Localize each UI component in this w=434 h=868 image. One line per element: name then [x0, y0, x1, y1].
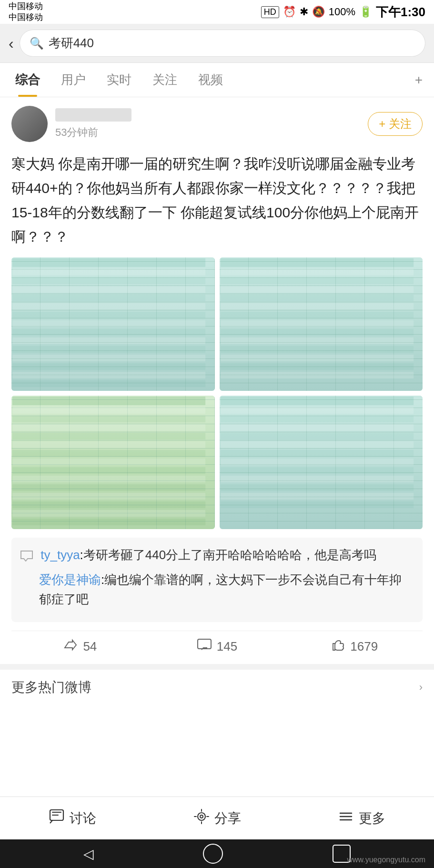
svg-rect-8	[12, 329, 205, 336]
repost-icon	[63, 638, 78, 655]
post-image-1[interactable]	[11, 257, 215, 391]
carrier1: 中国移动	[9, 1, 43, 12]
share-nav-item[interactable]: 分享	[145, 797, 290, 839]
svg-rect-32	[12, 424, 205, 431]
svg-rect-35	[12, 450, 205, 457]
more-nav-item[interactable]: 更多	[289, 797, 434, 839]
hot-topics-arrow: ›	[419, 681, 423, 694]
svg-rect-12	[12, 363, 205, 370]
svg-rect-42	[12, 510, 205, 517]
post-container: 53分钟前 + 关注 寒大妈 你是南开哪一届的研究生啊？我咋没听说哪届金融专业考…	[0, 97, 434, 664]
svg-rect-11	[12, 355, 205, 361]
status-bar: 中国移动 中国移动 HD ⏰ ✱ 🔕 100% 🔋 下午1:30	[0, 0, 434, 24]
svg-rect-56	[221, 501, 414, 508]
search-icon: 🔍	[30, 37, 44, 50]
svg-rect-36	[12, 459, 205, 465]
svg-rect-6	[12, 312, 205, 318]
more-icon	[338, 808, 354, 828]
svg-rect-31	[12, 416, 205, 422]
post-meta: 53分钟前	[55, 108, 360, 140]
home-bar: ◁ www.yuegongyutu.com	[0, 839, 434, 868]
svg-rect-52	[221, 467, 414, 474]
svg-rect-5	[12, 303, 205, 310]
tab-following[interactable]: 关注	[142, 63, 188, 97]
post-images-grid	[11, 257, 423, 529]
svg-point-60	[200, 815, 203, 818]
comment-button[interactable]: 145	[149, 638, 286, 655]
svg-rect-4	[12, 295, 205, 301]
svg-rect-49	[221, 441, 414, 448]
tab-users[interactable]: 用户	[50, 63, 96, 97]
follow-button[interactable]: + 关注	[368, 112, 423, 136]
comment-2-user[interactable]: 爱你是神谕	[39, 572, 101, 587]
tab-video[interactable]: 视频	[188, 63, 233, 97]
svg-rect-3	[12, 286, 205, 293]
post-image-4[interactable]	[220, 396, 423, 529]
svg-rect-2	[12, 277, 205, 284]
comment-icon	[197, 638, 212, 655]
comment-1-user[interactable]: ty_tyya	[40, 548, 80, 562]
svg-rect-20	[221, 303, 414, 310]
repost-button[interactable]: 54	[11, 638, 149, 655]
mute-icon: 🔕	[312, 6, 325, 18]
nav-back-button[interactable]: ◁	[83, 846, 94, 862]
tabs-bar: 综合 用户 实时 关注 视频 +	[0, 63, 434, 97]
hot-topics-label: 更多热门微博	[11, 678, 91, 696]
svg-rect-10	[12, 346, 205, 353]
battery-text: 100%	[329, 6, 355, 18]
time-display: 下午1:30	[376, 4, 425, 20]
post-body-text: 寒大妈 你是南开哪一届的研究生啊？我咋没听说哪届金融专业考研440+的？你他妈当…	[11, 147, 423, 257]
svg-rect-55	[221, 493, 414, 500]
hot-topics-banner[interactable]: 更多热门微博 ›	[0, 670, 434, 705]
bottom-nav: 讨论 分享 更多	[0, 797, 434, 839]
discuss-label: 讨论	[70, 809, 96, 827]
svg-rect-9	[12, 337, 205, 344]
comment-count: 145	[217, 639, 237, 654]
alarm-icon: ⏰	[283, 6, 296, 18]
svg-rect-37	[12, 467, 205, 474]
svg-rect-18	[221, 286, 414, 293]
avatar[interactable]	[11, 106, 48, 142]
svg-rect-7	[12, 320, 205, 327]
svg-rect-17	[221, 277, 414, 284]
carrier2: 中国移动	[9, 12, 43, 23]
search-query-text: 考研440	[49, 35, 94, 51]
tab-realtime[interactable]: 实时	[96, 63, 142, 97]
carrier-info: 中国移动 中国移动	[9, 1, 43, 23]
search-input-wrapper[interactable]: 🔍 考研440	[20, 30, 425, 57]
like-button[interactable]: 1679	[285, 638, 423, 655]
svg-rect-22	[221, 320, 414, 327]
svg-rect-24	[221, 337, 414, 344]
tab-comprehensive[interactable]: 综合	[5, 63, 50, 97]
comment-1-separator: :	[80, 548, 83, 562]
repost-count: 54	[83, 639, 97, 654]
comment-1-text: 考研考砸了440分上了南开哈哈哈哈哈哈，他是高考吗	[83, 548, 376, 562]
svg-rect-23	[221, 329, 414, 336]
share-icon	[193, 808, 210, 828]
svg-rect-21	[221, 312, 414, 318]
like-count: 1679	[350, 639, 378, 654]
svg-rect-19	[221, 295, 414, 301]
post-image-2[interactable]	[220, 257, 423, 391]
username-placeholder	[55, 108, 131, 122]
discuss-nav-item[interactable]: 讨论	[0, 797, 145, 839]
svg-rect-13	[12, 372, 205, 378]
svg-rect-53	[221, 476, 414, 482]
post-action-bar: 54 145 1679	[11, 631, 423, 664]
back-button[interactable]: ‹	[9, 36, 14, 51]
svg-rect-51	[221, 459, 414, 465]
svg-rect-43	[12, 519, 205, 525]
comment-2: 爱你是神谕:编也编个靠谱的啊，这大妈下一步不会说自己有十年抑郁症了吧	[39, 570, 414, 610]
like-icon	[330, 638, 345, 655]
status-right: HD ⏰ ✱ 🔕 100% 🔋 下午1:30	[261, 4, 425, 20]
nav-home-button[interactable]	[203, 844, 223, 864]
hd-badge: HD	[261, 6, 279, 18]
tab-add-button[interactable]: +	[408, 64, 429, 96]
post-image-3[interactable]	[11, 396, 215, 529]
svg-rect-41	[12, 501, 205, 508]
search-bar: ‹ 🔍 考研440	[0, 24, 434, 63]
svg-rect-34	[12, 441, 205, 448]
svg-rect-38	[12, 476, 205, 482]
svg-rect-15	[221, 258, 414, 267]
svg-rect-54	[221, 484, 414, 491]
